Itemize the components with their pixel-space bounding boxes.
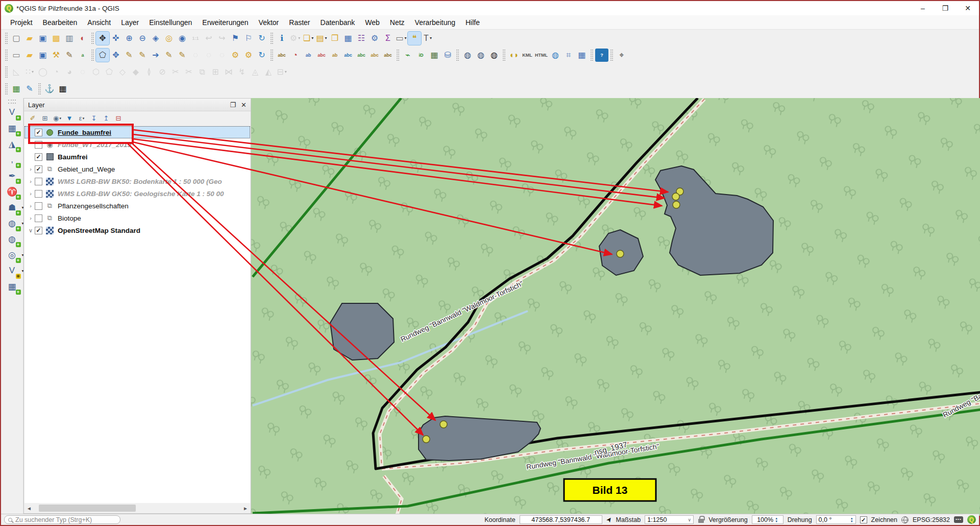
project-properties-button[interactable]: ▥ xyxy=(63,32,76,45)
style-options-1-button[interactable]: ⚙ xyxy=(229,49,242,62)
menu-layer[interactable]: Layer xyxy=(116,16,144,29)
edit-annotation-button[interactable]: ✎ xyxy=(63,49,76,62)
db-manager-button[interactable]: ⛁ xyxy=(441,49,454,62)
add-delimited-text-layer-button[interactable]: ,+ xyxy=(5,153,20,167)
magnifier-input[interactable]: 100% ▲▼ xyxy=(752,515,783,524)
import-geotagged-photos-button[interactable]: ⚓ xyxy=(43,82,56,95)
expander-icon[interactable]: › xyxy=(27,166,35,172)
zoom-edit-2-button[interactable]: ✎ xyxy=(136,49,149,62)
scrollbar-track[interactable] xyxy=(34,504,241,513)
layer-item-openstreetmap-standard[interactable]: ∨✓OpenStreetMap Standard xyxy=(24,224,250,236)
add-virtual-layer-button[interactable]: V✳▾ xyxy=(5,264,20,278)
pan-to-selection-button[interactable]: ✜ xyxy=(109,32,122,45)
add-vector-layer-button[interactable]: V+ xyxy=(5,105,20,119)
filter-by-expression-button[interactable]: ε▾ xyxy=(76,113,87,124)
expander-icon[interactable]: ∨ xyxy=(27,227,35,234)
show-hide-labels-button[interactable]: abc xyxy=(341,49,355,62)
layer-checkbox[interactable] xyxy=(35,202,42,210)
close-panel-button[interactable]: ✕ xyxy=(241,101,247,109)
add-oracle-table-button[interactable]: ▦+ xyxy=(5,279,20,294)
menu-hilfe[interactable]: Hilfe xyxy=(460,16,485,29)
style-options-2-button[interactable]: ⚙ xyxy=(242,49,255,62)
open-layer-styling-button[interactable]: ✐ xyxy=(27,113,38,124)
style-manager-button[interactable]: ◐ xyxy=(76,32,89,45)
messages-icon[interactable]: ••• xyxy=(954,516,963,523)
expand-all-button[interactable]: ↧ xyxy=(88,113,100,124)
zoom-to-selection-button[interactable]: ◎ xyxy=(162,32,176,45)
move-selection-button[interactable]: ✥ xyxy=(109,49,122,62)
add-group-button[interactable]: ⊞ xyxy=(39,113,51,124)
layer-checkbox[interactable] xyxy=(35,178,42,185)
coordinate-input[interactable]: 473568.7,5397436.7 xyxy=(520,515,602,524)
locator-search-input[interactable]: Zu suchender Typ (Strg+K) xyxy=(4,515,120,524)
osm-id-editor-button[interactable]: iD xyxy=(414,49,428,62)
layer-checkbox[interactable] xyxy=(35,190,42,198)
add-wcs-layer-button[interactable]: ◍+ xyxy=(5,232,20,246)
close-button[interactable]: ✕ xyxy=(957,1,979,15)
pin-labels-button[interactable]: ab xyxy=(302,49,315,62)
zoom-in-button[interactable]: ⊕ xyxy=(122,32,136,45)
layer-labeling-options-button[interactable]: abc xyxy=(275,49,288,62)
select-by-polygon-button[interactable]: ⬠ xyxy=(96,49,109,62)
layer-diagram-options-button[interactable]: ◔ xyxy=(288,49,302,62)
select-by-form-button[interactable]: ▤▾ xyxy=(315,32,328,45)
move-label-diagram-button[interactable]: abc xyxy=(355,49,368,62)
zoom-full-button[interactable]: ◈ xyxy=(149,32,162,45)
save-layout-button[interactable]: ▣ xyxy=(36,49,50,62)
measure-line-button[interactable]: ▭▾ xyxy=(395,32,408,45)
text-label-tool-button[interactable]: a xyxy=(76,49,89,62)
save-project-as-button[interactable]: ▩ xyxy=(50,32,63,45)
zoom-to-layer-button[interactable]: ◉ xyxy=(176,32,189,45)
html-export-button[interactable]: HTML xyxy=(534,49,549,62)
layer-item-gebiet-und-wege[interactable]: ›✓⧉Gebiet_und_Wege xyxy=(24,163,250,175)
scale-combobox[interactable]: 1:1250∨ xyxy=(645,515,694,524)
refresh-map-button[interactable]: ↻ xyxy=(255,32,268,45)
statistics-panel-button[interactable]: ☷ xyxy=(355,32,368,45)
rotation-input[interactable]: 0,0 ° ▲▼ xyxy=(816,515,856,524)
collapse-all-button[interactable]: ↥ xyxy=(101,113,112,124)
menu-vektor[interactable]: Vektor xyxy=(254,16,284,29)
menu-netz[interactable]: Netz xyxy=(385,16,410,29)
menu-bearbeiten[interactable]: Bearbeiten xyxy=(38,16,83,29)
menu-einstellungen[interactable]: Einstellungen xyxy=(144,16,197,29)
add-wfs-layer-button[interactable]: ◎+▾ xyxy=(5,248,20,262)
new-bookmark-button[interactable]: ⚑ xyxy=(229,32,242,45)
add-mesh-layer-button[interactable]: ◮+ xyxy=(5,137,20,151)
zoom-edit-1-button[interactable]: ✎ xyxy=(122,49,136,62)
table-plus-button[interactable]: ▦ xyxy=(575,49,589,62)
refresh-layers-button[interactable]: ↻ xyxy=(255,49,268,62)
add-gpx-layer-button[interactable]: ♈+ xyxy=(5,184,20,199)
layer-item-funde-wt-2017-2019[interactable]: ◉Funde_WT_2017_2019 xyxy=(24,138,250,151)
magnifier-spinner[interactable]: ▲▼ xyxy=(775,517,778,523)
save-project-button[interactable]: ▣ xyxy=(36,32,50,45)
show-bookmarks-button[interactable]: ⚐ xyxy=(242,32,255,45)
globe-plugin-button[interactable]: ◍ xyxy=(549,49,562,62)
layer-checkbox[interactable]: ✓ xyxy=(35,165,42,173)
identify-features-button[interactable]: ℹ xyxy=(275,32,288,45)
open-layout-button[interactable]: ▰ xyxy=(23,49,36,62)
open-attribute-table-button[interactable]: ▦ xyxy=(341,32,355,45)
float-panel-button[interactable]: ❐ xyxy=(230,101,236,109)
add-spatialite-layer-button[interactable]: ✒+ xyxy=(5,169,20,183)
layer-item-biotope[interactable]: ›⧉Biotope xyxy=(24,212,250,224)
render-checkbox[interactable]: ✓ xyxy=(860,516,867,523)
layout-manager-button[interactable]: ⚒ xyxy=(50,49,63,62)
crs-globe-icon[interactable] xyxy=(901,516,909,523)
layers-panel-scrollbar[interactable]: ◄ ► xyxy=(24,504,250,513)
search-catalog-button[interactable]: ◍ xyxy=(487,49,501,62)
zoom-edit-3-button[interactable]: ➔ xyxy=(149,49,162,62)
rotate-label-button[interactable]: abc xyxy=(368,49,381,62)
layer-checkbox[interactable] xyxy=(35,141,42,149)
menu-ansicht[interactable]: Ansicht xyxy=(82,16,116,29)
add-raster-layer-button[interactable]: ▦+ xyxy=(5,121,20,135)
qgis2web-plugin-button[interactable]: ▦ xyxy=(10,82,23,95)
scroll-left-arrow[interactable]: ◄ xyxy=(24,506,34,511)
crs-value[interactable]: EPSG:25832 xyxy=(913,516,950,523)
menu-projekt[interactable]: Projekt xyxy=(5,16,38,29)
help-contents-button[interactable]: ? xyxy=(595,49,608,62)
text-annotation-button[interactable]: T▾ xyxy=(421,32,434,45)
layer-item-wms-lgrb-bw-gk50-geologische-k[interactable]: ›WMS LGRB-BW GK50: Geologische Karte 1 :… xyxy=(24,187,250,200)
profile-tool-plugin-button[interactable]: ✎ xyxy=(23,82,36,95)
processing-toolbox-button[interactable]: ⚙ xyxy=(368,32,381,45)
add-postgis-layer-button[interactable]: ☗+▾ xyxy=(5,200,20,214)
